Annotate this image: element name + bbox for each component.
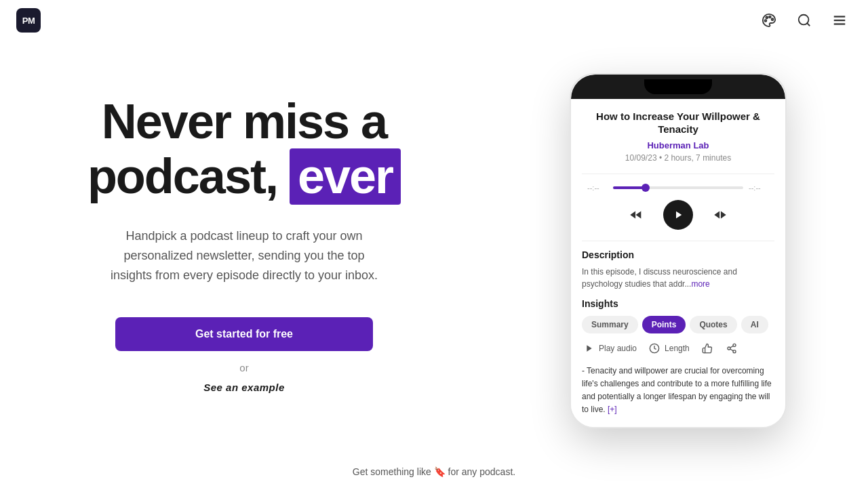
share-action[interactable]	[725, 342, 738, 355]
palette-icon[interactable]	[757, 8, 781, 33]
example-link[interactable]: See an example	[203, 382, 285, 393]
insights-tabs: Summary Points Quotes AI	[582, 316, 774, 333]
phone-container: How to Increase Your Willpower & Tenacit…	[570, 73, 787, 429]
logo[interactable]: PM	[16, 8, 41, 33]
svg-line-13	[730, 346, 733, 348]
svg-point-11	[733, 350, 736, 352]
hero-subtitle: Handpick a podcast lineup to craft your …	[102, 226, 387, 285]
tab-quotes[interactable]: Quotes	[690, 316, 736, 333]
svg-line-12	[730, 349, 733, 351]
svg-point-9	[733, 344, 736, 346]
clock-icon	[648, 342, 661, 355]
svg-point-0	[769, 16, 771, 18]
episode-title: How to Increase Your Willpower & Tenacit…	[582, 110, 774, 136]
section-divider-1	[582, 241, 774, 241]
logo-text: PM	[22, 16, 35, 26]
progress-fill	[613, 186, 646, 189]
phone-status-bar	[571, 75, 785, 99]
hero-section: Never miss a podcast, ever Handpick a po…	[0, 0, 488, 488]
time-start: --:--	[587, 184, 608, 192]
tab-ai[interactable]: AI	[741, 316, 768, 333]
hero-title: Never miss a podcast, ever	[87, 95, 401, 205]
tab-summary[interactable]: Summary	[582, 316, 638, 333]
or-divider: or	[239, 362, 248, 373]
like-action[interactable]	[701, 342, 714, 355]
length-label: Length	[665, 344, 690, 353]
svg-point-2	[766, 17, 768, 19]
svg-point-4	[799, 15, 809, 25]
action-row: Play audio Length	[582, 342, 774, 355]
phone-mockup-section: How to Increase Your Willpower & Tenacit…	[488, 0, 868, 488]
forward-button[interactable]	[709, 204, 731, 226]
progress-track[interactable]	[613, 186, 743, 189]
thumbs-up-icon	[701, 342, 714, 355]
time-end: --:--	[749, 184, 769, 192]
tab-points[interactable]: Points	[642, 316, 686, 333]
header-actions	[757, 8, 852, 33]
menu-icon[interactable]	[827, 8, 852, 33]
play-audio-label: Play audio	[599, 344, 637, 353]
play-button[interactable]	[663, 200, 693, 230]
player-controls: --:-- --:--	[582, 184, 774, 230]
svg-point-10	[728, 347, 730, 350]
search-icon[interactable]	[792, 8, 816, 33]
progress-thumb	[642, 184, 650, 192]
phone-notch	[644, 79, 712, 94]
cta-button[interactable]: Get started for free	[115, 317, 373, 351]
play-audio-icon	[582, 342, 595, 355]
description-text: In this episode, I discuss neuroscience …	[582, 266, 774, 290]
svg-point-3	[765, 20, 767, 22]
phone-content: How to Increase Your Willpower & Tenacit…	[571, 99, 785, 428]
content-preview: - Tenacity and willpower are crucial for…	[582, 365, 774, 417]
play-audio-action[interactable]: Play audio	[582, 342, 637, 355]
more-link[interactable]: more	[691, 279, 709, 289]
header: PM	[0, 0, 868, 41]
content-ref[interactable]: [+]	[608, 405, 617, 414]
player-divider	[582, 174, 774, 174]
bottom-tagline: Get something like 🔖 for any podcast.	[0, 466, 868, 477]
rewind-button[interactable]	[625, 204, 647, 226]
description-label: Description	[582, 249, 774, 260]
svg-point-1	[772, 18, 774, 20]
podcast-name[interactable]: Huberman Lab	[582, 140, 774, 150]
hero-highlight: ever	[290, 148, 401, 205]
episode-meta: 10/09/23 • 2 hours, 7 minutes	[582, 153, 774, 163]
progress-bar-row: --:-- --:--	[587, 184, 769, 192]
playback-buttons	[587, 200, 769, 230]
share-icon	[725, 342, 738, 355]
length-action[interactable]: Length	[648, 342, 690, 355]
insights-title: Insights	[582, 298, 774, 309]
